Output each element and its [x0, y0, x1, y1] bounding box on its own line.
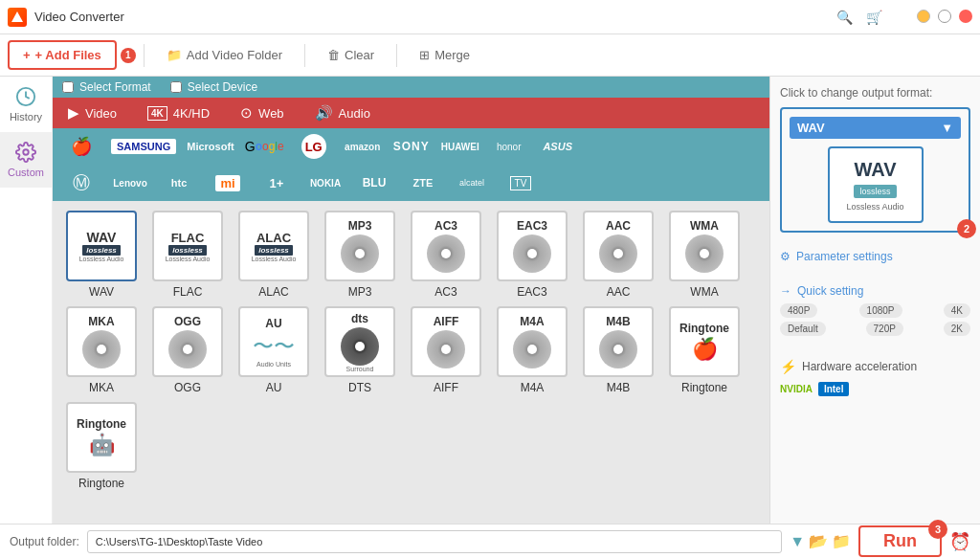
nvidia-label: NVIDIA: [780, 384, 813, 394]
cat-item-hd[interactable]: 4K 4K/HD: [132, 98, 225, 128]
merge-button[interactable]: ⊞ Merge: [405, 41, 484, 69]
brand-nokia[interactable]: NOKIA: [302, 168, 348, 197]
brand-mi[interactable]: mi: [205, 168, 251, 197]
brand-zte[interactable]: ZTE: [400, 168, 446, 197]
hw-accel-section: ⚡ Hardware acceleration NVIDIA Intel: [780, 355, 970, 400]
alarm-button[interactable]: ⏰: [949, 531, 970, 552]
param-settings-button[interactable]: ⚙ Parameter settings: [780, 250, 970, 263]
audio-icon: 🔊: [315, 104, 333, 122]
format-area: Select Format Select Device ▶ Video 4K 4…: [53, 77, 769, 524]
quick-setting-button[interactable]: → Quick setting: [780, 284, 970, 298]
res-1080p[interactable]: 1080P: [859, 303, 902, 318]
format-item-ringtone-android[interactable]: Ringtone 🤖 Ringtone: [62, 402, 141, 490]
brand-apple[interactable]: 🍎: [58, 132, 104, 161]
bottom-bar: Output folder: C:\Users\TG-1\Desktop\Tas…: [0, 524, 980, 558]
sidebar-item-custom[interactable]: Custom: [0, 132, 52, 188]
format-item-wma[interactable]: WMA WMA: [665, 211, 744, 299]
brand-sony[interactable]: SONY: [389, 132, 434, 161]
sidebar-item-history[interactable]: History: [0, 77, 52, 132]
cat-web-label: Web: [258, 106, 284, 121]
brand-lg[interactable]: LG: [291, 132, 337, 161]
run-badge: 3: [928, 520, 947, 539]
toolbar: + + Add Files 1 📁 Add Video Folder 🗑 Cle…: [0, 34, 980, 77]
select-device-checkbox[interactable]: [170, 81, 182, 93]
format-dropdown[interactable]: WAV ▼: [790, 117, 961, 139]
format-label-ac3: AC3: [434, 285, 457, 299]
minimize-button[interactable]: [917, 10, 930, 23]
format-header-bar: Select Format Select Device: [53, 77, 769, 98]
clear-button[interactable]: 🗑 Clear: [313, 41, 389, 69]
hw-label: Hardware acceleration: [802, 360, 917, 373]
format-label-flac: FLAC: [173, 285, 203, 299]
brand-asus[interactable]: ASUS: [535, 132, 581, 161]
folder-nav-button[interactable]: 📁: [832, 532, 851, 550]
plus-icon: +: [23, 48, 31, 62]
res-480p[interactable]: 480P: [780, 303, 817, 318]
add-files-badge: 1: [121, 48, 136, 63]
video-icon: ▶: [68, 104, 79, 122]
format-item-dts[interactable]: dts Surround DTS: [321, 306, 399, 394]
hw-accel-row[interactable]: ⚡ Hardware acceleration: [780, 355, 970, 378]
brand-alcatel[interactable]: alcatel: [449, 168, 495, 197]
add-files-button[interactable]: + + Add Files: [8, 40, 117, 70]
format-label-ringtone-apple: Ringtone: [681, 381, 727, 394]
maximize-button[interactable]: [938, 10, 951, 23]
brand-blu[interactable]: BLU: [351, 168, 397, 197]
brands-row-1: 🍎 SAMSUNG Microsoft Google LG amazon SON…: [53, 128, 769, 165]
format-item-m4b[interactable]: M4B M4B: [579, 306, 657, 394]
add-folder-button[interactable]: 📁 Add Video Folder: [152, 41, 297, 69]
brand-samsung[interactable]: SAMSUNG: [107, 132, 180, 161]
format-item-eac3[interactable]: EAC3 EAC3: [493, 211, 571, 299]
format-label-m4b: M4B: [607, 381, 631, 394]
brand-huawei[interactable]: HUAWEI: [437, 132, 483, 161]
format-item-ac3[interactable]: AC3 AC3: [407, 211, 485, 299]
format-label-dts: DTS: [348, 381, 371, 394]
format-item-flac[interactable]: FLAC lossless Lossless Audio FLAC: [148, 211, 227, 299]
folder-open-button[interactable]: 📂: [809, 532, 828, 550]
format-item-aac[interactable]: AAC AAC: [579, 211, 657, 299]
format-item-ringtone-apple[interactable]: Ringtone 🍎 Ringtone: [665, 306, 744, 394]
brand-microsoft[interactable]: Microsoft: [183, 132, 238, 161]
app-title: Video Converter: [34, 10, 836, 24]
run-label: Run: [883, 531, 917, 551]
brand-htc[interactable]: htc: [156, 168, 202, 197]
brand-amazon[interactable]: amazon: [340, 132, 386, 161]
hw-icon: ⚡: [780, 359, 796, 374]
quick-setting-section: → Quick setting 480P 1080P 4K Default 72…: [780, 284, 970, 340]
format-item-au[interactable]: AU 〜〜 Audio Units AU: [234, 306, 313, 394]
format-preview: WAV lossless Lossless Audio: [828, 146, 924, 223]
format-item-wav[interactable]: WAV lossless Lossless Audio WAV: [62, 211, 141, 299]
brand-lenovo[interactable]: Lenovo: [107, 168, 153, 197]
output-format-box: WAV ▼ WAV lossless Lossless Audio 2: [780, 107, 970, 233]
select-format-checkbox[interactable]: [62, 81, 74, 93]
format-item-mka[interactable]: MKA MKA: [62, 306, 141, 394]
select-device-label: Select Device: [188, 80, 257, 94]
brand-google[interactable]: Google: [241, 132, 288, 161]
format-item-alac[interactable]: ALAC lossless Lossless Audio ALAC: [234, 211, 313, 299]
format-grid-container: WAV lossless Lossless Audio WAV FLAC los…: [53, 201, 769, 524]
search-icon[interactable]: 🔍: [836, 10, 853, 25]
dropdown-arrow-button[interactable]: ▼: [790, 532, 805, 550]
brand-moto[interactable]: Ⓜ: [58, 168, 104, 197]
cat-item-audio[interactable]: 🔊 Audio: [300, 98, 386, 128]
close-button[interactable]: [959, 10, 972, 23]
res-2k[interactable]: 2K: [944, 322, 970, 336]
format-item-mp3[interactable]: MP3 MP3: [321, 211, 399, 299]
run-button[interactable]: Run 3: [858, 525, 942, 557]
res-720p[interactable]: 720P: [866, 322, 903, 336]
brand-honor[interactable]: honor: [486, 132, 532, 161]
format-item-ogg[interactable]: OGG OGG: [148, 306, 227, 394]
brand-tv[interactable]: TV: [498, 168, 544, 197]
res-default[interactable]: Default: [780, 322, 826, 336]
res-4k[interactable]: 4K: [944, 303, 970, 318]
select-format-section: Select Format: [62, 80, 151, 94]
cat-item-video[interactable]: ▶ Video: [53, 98, 132, 128]
format-item-aiff[interactable]: AIFF AIFF: [407, 306, 485, 394]
svg-point-2: [23, 149, 29, 155]
cat-item-web[interactable]: ⊙ Web: [225, 98, 300, 128]
brand-oneplus[interactable]: 1+: [254, 168, 300, 197]
window-controls: 🔍 🛒: [836, 10, 972, 25]
format-item-m4a[interactable]: M4A M4A: [493, 306, 571, 394]
cart-icon[interactable]: 🛒: [866, 10, 882, 25]
preview-format-name: WAV: [854, 159, 896, 181]
